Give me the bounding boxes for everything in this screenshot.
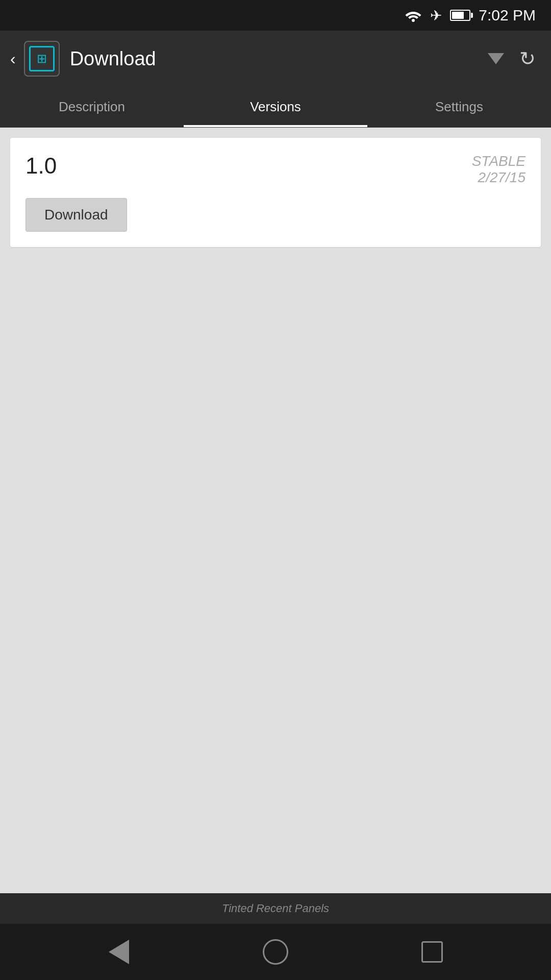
tab-description-label: Description bbox=[59, 99, 125, 115]
tab-settings-label: Settings bbox=[435, 99, 483, 115]
nav-home-button[interactable] bbox=[260, 937, 291, 967]
version-card-header: 1.0 STABLE 2/27/15 bbox=[26, 153, 525, 186]
version-date: 2/27/15 bbox=[472, 169, 525, 186]
refresh-button[interactable]: ↻ bbox=[514, 42, 541, 75]
nav-bar bbox=[0, 924, 551, 980]
version-stable-label: STABLE bbox=[472, 153, 525, 169]
app-bar-title: Download bbox=[70, 48, 472, 70]
status-bar: ✈ 7:02 PM bbox=[0, 0, 551, 31]
tab-settings[interactable]: Settings bbox=[367, 87, 551, 127]
airplane-icon: ✈ bbox=[430, 7, 442, 24]
battery-icon bbox=[450, 10, 470, 21]
tab-description[interactable]: Description bbox=[0, 87, 184, 127]
svg-point-0 bbox=[412, 19, 415, 22]
tab-versions[interactable]: Versions bbox=[184, 87, 367, 127]
wifi-icon bbox=[405, 9, 422, 22]
puzzle-icon: ⊞ bbox=[37, 52, 47, 66]
app-icon-inner: ⊞ bbox=[29, 46, 55, 71]
version-number: 1.0 bbox=[26, 153, 57, 179]
nav-home-icon bbox=[263, 939, 288, 965]
bottom-bar: Tinted Recent Panels bbox=[0, 893, 551, 924]
nav-back-button[interactable] bbox=[104, 937, 134, 967]
version-card: 1.0 STABLE 2/27/15 Download bbox=[10, 138, 541, 247]
download-button[interactable]: Download bbox=[26, 198, 127, 232]
back-icon[interactable]: ‹ bbox=[10, 50, 16, 68]
nav-recent-button[interactable] bbox=[417, 937, 447, 967]
bottom-bar-label: Tinted Recent Panels bbox=[222, 902, 329, 915]
version-meta: STABLE 2/27/15 bbox=[472, 153, 525, 186]
tab-bar: Description Versions Settings bbox=[0, 87, 551, 128]
app-bar-left: ‹ ⊞ bbox=[10, 41, 60, 77]
status-icons: ✈ 7:02 PM bbox=[405, 7, 536, 24]
status-time: 7:02 PM bbox=[479, 7, 536, 24]
nav-recent-icon bbox=[421, 941, 443, 963]
app-icon: ⊞ bbox=[24, 41, 60, 77]
main-content: 1.0 STABLE 2/27/15 Download bbox=[0, 128, 551, 893]
dropdown-arrow-icon[interactable] bbox=[488, 53, 504, 64]
nav-back-icon bbox=[109, 940, 129, 964]
tab-versions-label: Versions bbox=[250, 99, 301, 115]
app-bar: ‹ ⊞ Download ↻ bbox=[0, 31, 551, 87]
